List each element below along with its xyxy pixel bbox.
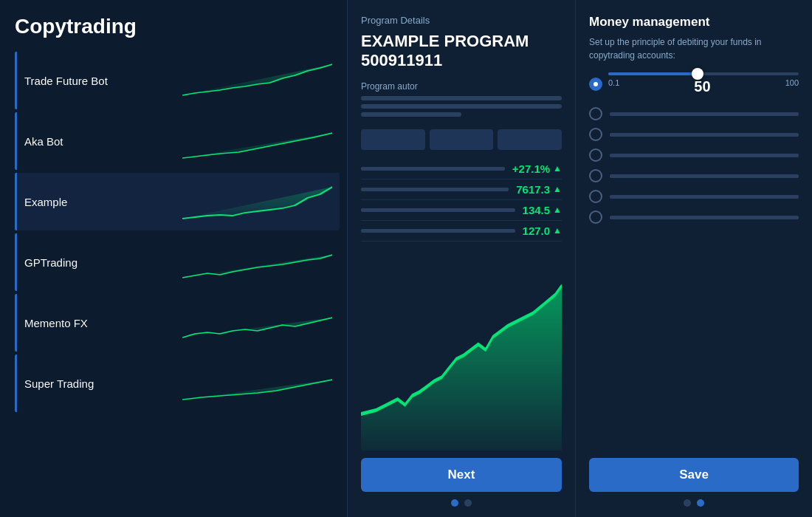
- bot-chart: [182, 304, 333, 341]
- money-management-title: Money management: [589, 15, 799, 30]
- radio-item-4: [589, 148, 799, 162]
- bot-chart: [182, 62, 333, 99]
- autor-bar-2: [361, 104, 562, 109]
- stat-arrow-4: ▲: [553, 225, 562, 236]
- bot-item-trade-future-bot[interactable]: Trade Future Bot: [15, 52, 340, 109]
- stat-arrow-1: ▲: [553, 163, 562, 174]
- slider-value: 50: [694, 78, 710, 95]
- stat-bar: [361, 167, 505, 171]
- stat-bar: [361, 208, 515, 212]
- autor-bar-3: [361, 112, 461, 117]
- bot-name: Memento FX: [24, 317, 175, 329]
- slider-fill: [608, 72, 698, 75]
- slider-section: 0.1 50 100: [589, 72, 799, 95]
- bot-name: Aka Bot: [24, 135, 175, 148]
- bot-item-aka-bot[interactable]: Aka Bot: [15, 112, 340, 170]
- stat-value-4: 127.0: [523, 225, 551, 237]
- bot-item-example[interactable]: Example: [15, 173, 340, 230]
- radio-empty[interactable]: [589, 128, 602, 141]
- radio-selected[interactable]: [589, 78, 602, 91]
- slider-labels: 0.1 50 100: [608, 78, 799, 95]
- stat-value-3: 134.5: [523, 204, 551, 216]
- radio-item-6: [589, 190, 799, 203]
- radio-line: [610, 154, 799, 157]
- radio-item-3: [589, 128, 799, 141]
- radio-empty[interactable]: [589, 190, 602, 203]
- right-pagination-dot-2: [697, 499, 704, 507]
- stat-row-4: 127.0 ▲: [361, 221, 562, 242]
- stat-bar: [361, 229, 515, 233]
- left-panel: Copytrading Trade Future Bot Aka Bot Exa…: [0, 0, 347, 517]
- autor-bar-1: [361, 96, 562, 100]
- bot-name: Example: [24, 196, 175, 208]
- radio-line: [610, 195, 799, 199]
- slider-thumb[interactable]: [692, 68, 703, 80]
- bot-item-super-trading[interactable]: Super Trading: [15, 355, 340, 412]
- bot-chart: [182, 365, 333, 402]
- stat-row-3: 134.5 ▲: [361, 200, 562, 221]
- slider-wrapper: 0.1 50 100: [608, 72, 799, 95]
- stat-arrow-2: ▲: [553, 184, 562, 194]
- bot-name: Trade Future Bot: [24, 75, 175, 87]
- tab-btn-3[interactable]: [498, 129, 562, 150]
- next-btn-area: Next: [361, 458, 562, 492]
- stat-value-2: 7617.3: [516, 183, 550, 196]
- pagination-dot-1: [451, 499, 458, 507]
- next-button[interactable]: Next: [361, 458, 562, 492]
- middle-panel: Program Details EXAMPLE PROGRAM 50091191…: [347, 0, 576, 517]
- radio-line: [610, 216, 799, 219]
- tab-btn-2[interactable]: [430, 129, 494, 150]
- tab-btn-1[interactable]: [361, 129, 425, 150]
- bot-item-memento-fx[interactable]: Memento FX: [15, 294, 340, 352]
- stat-row-1: +27.1% ▲: [361, 159, 562, 179]
- radio-empty[interactable]: [589, 148, 602, 162]
- radio-item-5: [589, 169, 799, 182]
- bot-name: GPTrading: [24, 256, 175, 269]
- svg-marker-0: [361, 285, 562, 451]
- slider-max: 100: [785, 78, 799, 95]
- slider-track[interactable]: [608, 72, 799, 75]
- bot-item-gptrading[interactable]: GPTrading: [15, 233, 340, 291]
- radio-line: [610, 174, 799, 178]
- right-pagination-dot-1: [684, 499, 691, 507]
- save-button[interactable]: Save: [589, 458, 799, 492]
- stat-bar: [361, 188, 509, 191]
- pagination: [361, 499, 562, 507]
- radio-item-2: [589, 107, 799, 120]
- radio-line: [610, 112, 799, 116]
- main-chart: [361, 249, 562, 451]
- stat-row-2: 7617.3 ▲: [361, 179, 562, 200]
- radio-empty[interactable]: [589, 210, 602, 224]
- bot-chart: [182, 183, 333, 220]
- stat-arrow-3: ▲: [553, 205, 562, 215]
- bot-name: Super Trading: [24, 377, 175, 390]
- money-management-description: Set up the principle of debiting your fu…: [589, 35, 799, 62]
- app-title: Copytrading: [15, 15, 340, 38]
- bot-chart: [182, 244, 333, 281]
- tabs-row: [361, 129, 562, 150]
- radio-empty[interactable]: [589, 107, 602, 120]
- right-pagination: [589, 499, 799, 507]
- bot-chart: [182, 123, 333, 160]
- program-autor-label: Program autor: [361, 81, 562, 92]
- program-details-label: Program Details: [361, 15, 562, 26]
- slider-row-main: 0.1 50 100: [589, 72, 799, 95]
- slider-min: 0.1: [608, 78, 619, 95]
- radio-item-7: [589, 210, 799, 224]
- stat-value-1: +27.1%: [512, 162, 550, 175]
- right-panel: Money management Set up the principle of…: [576, 0, 812, 517]
- program-title: EXAMPLE PROGRAM 500911911: [361, 32, 562, 71]
- radio-line: [610, 133, 799, 137]
- radio-empty[interactable]: [589, 169, 602, 182]
- pagination-dot-2: [464, 499, 472, 507]
